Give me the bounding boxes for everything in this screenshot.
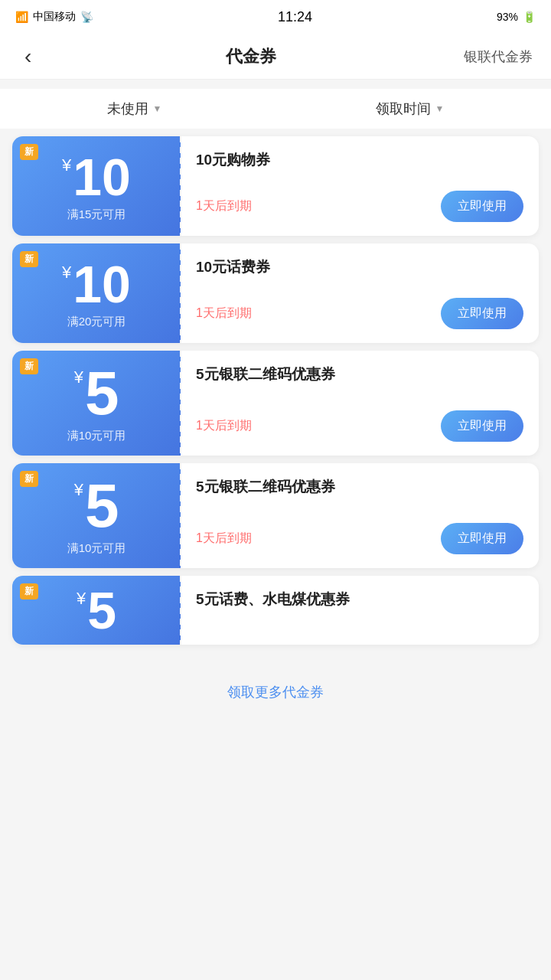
coupon-yen-4: ¥ bbox=[77, 590, 86, 607]
coupon-amount-1: ¥ 10 bbox=[62, 258, 131, 310]
filter-bar: 未使用 ▼ 领取时间 ▼ bbox=[0, 89, 551, 129]
status-filter-label: 未使用 bbox=[107, 100, 148, 118]
back-button[interactable]: ‹ bbox=[18, 41, 37, 72]
coupon-amount-3: ¥ 5 bbox=[74, 475, 119, 537]
coupon-yen-1: ¥ bbox=[62, 264, 71, 281]
coupon-amount-0: ¥ 10 bbox=[62, 151, 131, 203]
coupon-bottom-1: 1天后到期 立即使用 bbox=[196, 298, 523, 329]
coupon-value-2: 5 bbox=[85, 363, 119, 424]
coupon-badge-0: 新 bbox=[20, 144, 38, 160]
coupon-list: 新 ¥ 10 满15元可用 10元购物券 1天后到期 立即使用 新 ¥ 10 满… bbox=[0, 136, 551, 668]
coupon-badge-4: 新 bbox=[20, 583, 38, 599]
coupon-left-3: 新 ¥ 5 满10元可用 bbox=[12, 463, 181, 568]
coupon-card-partial-4: 新 ¥ 5 5元话费、水电煤优惠券 bbox=[12, 576, 539, 645]
coupon-expire-2: 1天后到期 bbox=[196, 418, 252, 434]
coupon-name-1: 10元话费券 bbox=[196, 257, 523, 277]
coupon-bottom-0: 1天后到期 立即使用 bbox=[196, 191, 523, 222]
coupon-right-3: 5元银联二维码优惠券 1天后到期 立即使用 bbox=[181, 463, 539, 568]
signal-icon: 📶 bbox=[15, 11, 28, 23]
coupon-badge-1: 新 bbox=[20, 251, 38, 267]
coupon-condition-1: 满20元可用 bbox=[67, 315, 126, 329]
more-coupons-link[interactable]: 领取更多代金券 bbox=[0, 668, 551, 717]
coupon-expire-3: 1天后到期 bbox=[196, 531, 252, 547]
page-title: 代金券 bbox=[226, 45, 276, 68]
coupon-right-2: 5元银联二维码优惠券 1天后到期 立即使用 bbox=[181, 351, 539, 456]
coupon-use-button-1[interactable]: 立即使用 bbox=[441, 298, 523, 329]
coupon-card-2: 新 ¥ 5 满10元可用 5元银联二维码优惠券 1天后到期 立即使用 bbox=[12, 351, 539, 456]
coupon-amount-4: ¥ 5 bbox=[77, 584, 116, 636]
nav-bar: ‹ 代金券 银联代金券 bbox=[0, 34, 551, 80]
coupon-left-1: 新 ¥ 10 满20元可用 bbox=[12, 243, 181, 343]
coupon-amount-2: ¥ 5 bbox=[74, 363, 119, 424]
sort-filter-label: 领取时间 bbox=[376, 100, 431, 118]
status-filter-arrow: ▼ bbox=[153, 103, 162, 114]
coupon-value-0: 10 bbox=[73, 151, 131, 203]
wifi-icon: 📡 bbox=[80, 11, 93, 23]
coupon-badge-2: 新 bbox=[20, 358, 38, 374]
coupon-use-button-2[interactable]: 立即使用 bbox=[441, 410, 523, 442]
status-filter-button[interactable]: 未使用 ▼ bbox=[107, 100, 162, 118]
coupon-yen-3: ¥ bbox=[74, 482, 83, 498]
coupon-expire-1: 1天后到期 bbox=[196, 305, 252, 322]
coupon-name-0: 10元购物券 bbox=[196, 150, 523, 170]
coupon-yen-0: ¥ bbox=[62, 157, 71, 174]
status-right: 93% 🔋 bbox=[497, 11, 536, 23]
status-bar: 📶 中国移动 📡 11:24 93% 🔋 bbox=[0, 0, 551, 34]
coupon-use-button-3[interactable]: 立即使用 bbox=[441, 523, 523, 554]
coupon-use-button-0[interactable]: 立即使用 bbox=[441, 191, 523, 222]
coupon-bottom-3: 1天后到期 立即使用 bbox=[196, 523, 523, 554]
coupon-bottom-2: 1天后到期 立即使用 bbox=[196, 410, 523, 442]
coupon-value-1: 10 bbox=[73, 258, 131, 310]
coupon-right-1: 10元话费券 1天后到期 立即使用 bbox=[181, 243, 539, 343]
coupon-value-4: 5 bbox=[87, 584, 116, 636]
coupon-value-3: 5 bbox=[85, 475, 119, 537]
coupon-name-4: 5元话费、水电煤优惠券 bbox=[196, 590, 523, 609]
coupon-left-0: 新 ¥ 10 满15元可用 bbox=[12, 136, 181, 236]
coupon-expire-0: 1天后到期 bbox=[196, 198, 252, 214]
battery-label: 93% bbox=[497, 11, 518, 23]
coupon-condition-3: 满10元可用 bbox=[67, 541, 126, 556]
coupon-name-2: 5元银联二维码优惠券 bbox=[196, 364, 523, 384]
coupon-condition-2: 满10元可用 bbox=[67, 429, 126, 443]
coupon-right-4: 5元话费、水电煤优惠券 bbox=[181, 576, 539, 645]
sort-filter-button[interactable]: 领取时间 ▼ bbox=[376, 100, 445, 118]
coupon-name-3: 5元银联二维码优惠券 bbox=[196, 477, 523, 497]
coupon-left-4: 新 ¥ 5 bbox=[12, 576, 181, 645]
time-label: 11:24 bbox=[278, 9, 312, 25]
unionpay-link[interactable]: 银联代金券 bbox=[464, 47, 533, 66]
coupon-condition-0: 满15元可用 bbox=[67, 207, 126, 222]
coupon-right-0: 10元购物券 1天后到期 立即使用 bbox=[181, 136, 539, 236]
carrier-label: 中国移动 bbox=[33, 10, 76, 24]
coupon-left-2: 新 ¥ 5 满10元可用 bbox=[12, 351, 181, 456]
coupon-badge-3: 新 bbox=[20, 471, 38, 487]
status-left: 📶 中国移动 📡 bbox=[15, 10, 93, 24]
coupon-yen-2: ¥ bbox=[74, 369, 83, 386]
coupon-card-3: 新 ¥ 5 满10元可用 5元银联二维码优惠券 1天后到期 立即使用 bbox=[12, 463, 539, 568]
coupon-card-1: 新 ¥ 10 满20元可用 10元话费券 1天后到期 立即使用 bbox=[12, 243, 539, 343]
battery-icon: 🔋 bbox=[523, 11, 536, 23]
coupon-card-0: 新 ¥ 10 满15元可用 10元购物券 1天后到期 立即使用 bbox=[12, 136, 539, 236]
sort-filter-arrow: ▼ bbox=[435, 103, 445, 114]
